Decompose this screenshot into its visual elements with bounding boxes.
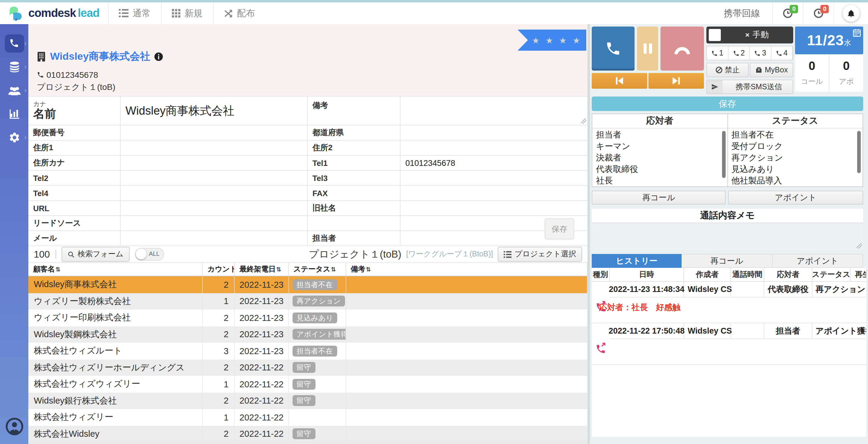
active-item-background [4, 34, 24, 52]
shuffle-arrows-icon [224, 9, 233, 18]
form-save-button[interactable]: 保存 [545, 218, 574, 240]
manual-mode-toggle[interactable]: ×手動 [706, 27, 793, 43]
recall-button[interactable]: 再コール [592, 191, 726, 204]
all-toggle[interactable]: ALL [135, 248, 164, 261]
customer-table-row[interactable]: 株式会社ウィズウィズリー 1 2022-11-22 留守 [28, 376, 588, 392]
call-memo-textarea[interactable] [592, 223, 863, 250]
line-button[interactable]: 3 [750, 46, 771, 60]
tab[interactable]: アポイント [772, 254, 863, 268]
nav-label: 配布 [237, 7, 255, 19]
tab[interactable]: ヒストリー [592, 254, 682, 268]
sidebar-item-call[interactable] [0, 31, 28, 55]
customer-table-row[interactable]: ウィズリー印刷株式会社 2 2022-11-23 見込みあり [28, 310, 588, 326]
scrollbar-thumb[interactable] [722, 131, 725, 178]
responder-option[interactable]: 社長 [592, 176, 727, 186]
field-input[interactable] [121, 186, 308, 201]
dial-button[interactable] [592, 27, 634, 71]
mybox-button[interactable]: MyBox [750, 63, 793, 77]
field-input[interactable] [121, 201, 308, 216]
field-input[interactable] [121, 171, 308, 186]
customer-table-row[interactable]: 株式会社ウィズリーホールディングス 2 2022-11-22 留守 [28, 359, 588, 376]
pause-button[interactable] [637, 27, 658, 71]
cell-last-call-date: 2022-11-22 [235, 376, 289, 392]
field-label: 住所2 [308, 140, 401, 156]
customer-table-row[interactable]: 株式会社ウィズルート 3 2022-11-23 担当者不在 [28, 343, 588, 359]
responder-option[interactable]: 決裁者 [592, 153, 727, 164]
tab[interactable]: 再コール [682, 254, 773, 268]
line-button[interactable]: 1 [707, 46, 728, 60]
field-input[interactable] [401, 186, 588, 201]
line-button[interactable]: 2 [728, 46, 750, 60]
cell-count: 2 [203, 276, 235, 293]
field-input[interactable]: 01012345678 [401, 156, 588, 171]
memo-input[interactable] [401, 97, 588, 125]
field-input[interactable] [121, 125, 308, 140]
timer-red-button[interactable]: 0 [803, 2, 834, 24]
sidebar-item-database[interactable] [0, 55, 28, 78]
sidebar-item-customers[interactable] [0, 78, 28, 102]
field-input[interactable] [401, 171, 588, 186]
history-row[interactable]: 2022-11-23 11:48:34 Widsley CS 代表取締役 再アク… [592, 282, 866, 323]
search-form-button[interactable]: 検索フォーム [61, 247, 129, 262]
responder-option[interactable]: 代表取締役 [592, 164, 727, 176]
field-input[interactable] [401, 125, 588, 140]
workgroup-label: [ワークグループ１(BtoB)] [406, 249, 493, 259]
customer-name-link[interactable]: Widsley商事株式会社 [50, 50, 150, 63]
field-input[interactable] [121, 140, 308, 156]
project-select-button[interactable]: プロジェクト選択 [498, 247, 582, 262]
line-button[interactable]: 4 [771, 46, 793, 60]
field-input[interactable] [121, 156, 308, 171]
field-input[interactable] [121, 231, 308, 246]
nav-item-distribute[interactable]: 配布 [213, 2, 266, 24]
ban-button[interactable]: 禁止 [706, 63, 749, 77]
next-record-button[interactable] [648, 73, 704, 89]
hangup-button[interactable] [660, 27, 704, 71]
info-icon[interactable] [154, 52, 163, 61]
column-label: ステータス [812, 269, 850, 280]
timer-green-button[interactable]: 0 [772, 2, 803, 24]
responder-option[interactable]: キーマン [592, 141, 727, 153]
rating-ribbon[interactable]: ★ ★ ★ ★ ★ [518, 30, 586, 51]
name-input[interactable]: Widsley商事株式会社 [121, 97, 308, 125]
status-option[interactable]: 再アクション [728, 153, 863, 164]
scrollbar-thumb[interactable] [857, 131, 861, 173]
notifications-button[interactable] [834, 2, 868, 24]
status-option[interactable]: 他社製品導入 [728, 176, 863, 186]
history-table-header: 種別日時作成者通話時間応対者ステータス再生 [592, 268, 866, 282]
column-header[interactable]: ステータス⇅ [289, 263, 346, 276]
nav-item-normal[interactable]: 通常 [108, 2, 161, 24]
panel-save-button[interactable]: 保存 [592, 97, 863, 111]
appointment-button[interactable]: アポイント [728, 191, 863, 204]
status-option[interactable]: 見込みあり [728, 164, 863, 176]
skip-previous-icon [615, 76, 624, 85]
status-option[interactable]: 担当者不在 [728, 130, 863, 141]
previous-record-button[interactable] [592, 73, 647, 89]
field-input[interactable] [121, 216, 308, 231]
send-icon-segment [707, 80, 723, 94]
sidebar-item-reports[interactable] [0, 102, 28, 125]
column-header[interactable]: 最終架電日⇅ [235, 263, 289, 276]
horizontal-scrollbar-track[interactable] [28, 440, 588, 444]
customer-table-row[interactable]: ウィズリー製粉株式会社 1 2022-11-23 再アクション [28, 293, 588, 310]
column-header[interactable]: 備考⇅ [346, 263, 588, 276]
history-row[interactable]: 2022-11-22 17:50:48 Widsley CS 担当者 アポイント… [592, 323, 866, 365]
resize-handle[interactable] [581, 118, 586, 124]
customer-table-row[interactable]: Widsley製鋼株式会社 2 2022-11-23 アポイント獲得 [28, 326, 588, 343]
customer-table-row[interactable]: Widsley商事株式会社 2 2022-11-23 担当者不在 [28, 276, 588, 293]
app-logo[interactable]: comdesklead [0, 2, 108, 24]
customer-table-row[interactable]: Widsley銀行株式会社 2 2022-11-22 留守 [28, 392, 588, 409]
sidebar-item-settings[interactable] [0, 125, 28, 149]
skip-next-icon [672, 76, 680, 85]
status-option[interactable]: 受付ブロック [728, 141, 863, 153]
customer-table-row[interactable]: 株式会社ウィズリー 1 2022-11-22 [28, 409, 588, 425]
user-avatar-button[interactable] [5, 417, 23, 436]
field-input[interactable] [401, 140, 588, 156]
field-input[interactable] [401, 201, 588, 216]
responder-option[interactable]: 担当者 [592, 130, 727, 141]
column-header[interactable]: カウント⇅ [203, 263, 235, 276]
date-display[interactable]: 11/23 水 [795, 27, 863, 54]
sms-send-button[interactable]: 携帯SMS送信 [706, 80, 793, 94]
column-header[interactable]: 顧客名⇅ [28, 263, 203, 276]
nav-item-new[interactable]: 新規 [161, 2, 213, 24]
resize-handle[interactable] [857, 243, 862, 249]
